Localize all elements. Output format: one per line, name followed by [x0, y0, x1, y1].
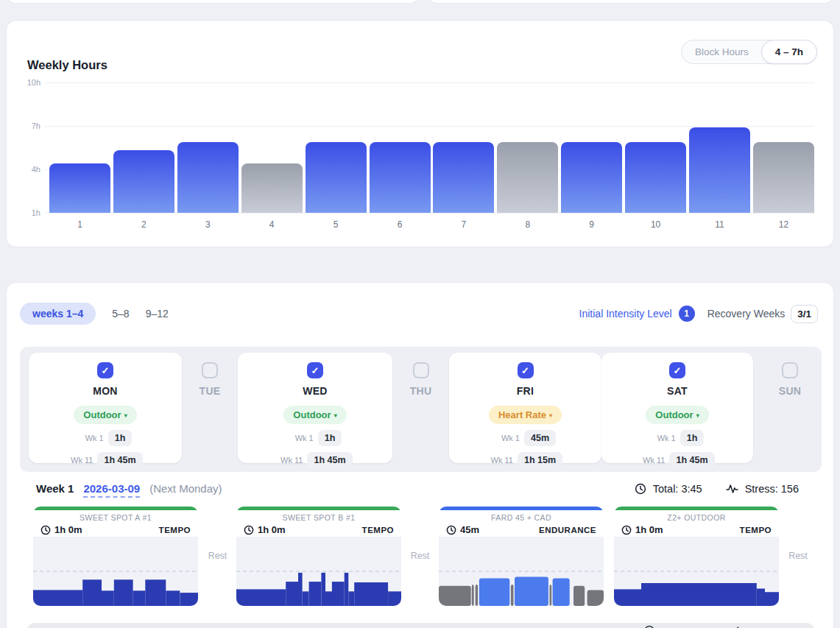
day-checkbox-mon[interactable]: ✓	[97, 362, 113, 378]
previous-card-right	[427, 0, 834, 4]
chart-xtick-label: 3	[177, 219, 239, 230]
day-mode-dropdown-fri[interactable]: Heart Rate▾	[489, 406, 562, 424]
day-mode-label: Outdoor	[293, 409, 331, 420]
initial-intensity-link[interactable]: Initial Intensity Level	[579, 308, 672, 320]
tab-5-8[interactable]: 5–8	[112, 308, 129, 320]
weekly-bar-4	[241, 163, 303, 213]
workout-type: TEMPO	[740, 526, 772, 534]
week1-stress: Stress: 156	[745, 483, 799, 495]
chart-xtick-label: 2	[113, 219, 174, 230]
weekly-bar-1	[49, 163, 110, 213]
day-checkbox-thu[interactable]	[413, 362, 429, 378]
workout-profile	[33, 537, 198, 606]
workout-card-fard-45-cad[interactable]: FARD 45 + CAD45mENDURANCE	[439, 507, 604, 606]
day-mode-dropdown-sat[interactable]: Outdoor▾	[646, 406, 708, 424]
chevron-down-icon: ▾	[124, 412, 127, 419]
day-card-fri[interactable]: ✓FRIHeart Rate▾Wk 145mWk 111h 15m	[449, 353, 601, 463]
day-label-mon: MON	[29, 385, 182, 397]
workout-accent-bar	[439, 507, 604, 510]
chart-ytick-label: 10h	[18, 78, 40, 87]
day-checkbox-fri[interactable]: ✓	[518, 362, 534, 378]
day-wk1-label: Wk 1	[79, 434, 104, 442]
day-wk11-value: 1h 15m	[518, 452, 562, 468]
weekly-hours-card: Weekly Hours Block Hours 4 – 7h 10h7h4h1…	[6, 20, 834, 247]
workout-meta: 1h 0mTEMPO	[621, 524, 772, 535]
day-mode-dropdown-wed[interactable]: Outdoor▾	[283, 406, 346, 424]
hours-range-toggle-option[interactable]: 4 – 7h	[761, 40, 817, 64]
workout-profile-graph	[614, 537, 779, 606]
week1-total: Total: 3:45	[653, 483, 702, 495]
weekly-bar-2	[113, 150, 174, 213]
workout-meta: 45mENDURANCE	[446, 524, 596, 535]
intensity-level-badge: 1	[679, 306, 695, 322]
workout-card-sweet-spot-a-1[interactable]: SWEET SPOT A #11h 0mTEMPO	[33, 507, 198, 606]
workout-profile-graph	[439, 537, 604, 606]
weekly-bar-12	[753, 142, 814, 213]
workout-name: SWEET SPOT B #1	[236, 513, 401, 522]
chevron-down-icon: ▾	[549, 412, 552, 419]
workout-profile-graph	[236, 537, 401, 606]
chart-gridline	[45, 213, 814, 214]
previous-card-left	[6, 0, 420, 4]
workout-duration: 1h 0m	[635, 524, 663, 535]
next-week-collapsed-row[interactable]	[27, 623, 815, 628]
weekly-bar-8	[497, 142, 558, 213]
day-checkbox-wed[interactable]: ✓	[307, 362, 323, 378]
tab-weeks-1-4[interactable]: weeks 1–4	[20, 303, 96, 325]
workout-meta: 1h 0mTEMPO	[244, 524, 394, 535]
block-hours-toggle-option[interactable]: Block Hours	[682, 40, 762, 63]
day-card-sat[interactable]: ✓SATOutdoor▾Wk 11hWk 111h 45m	[601, 353, 753, 463]
day-column-thu: THU	[392, 353, 449, 463]
weekly-bar-5	[306, 142, 367, 213]
workout-duration: 1h 0m	[258, 524, 286, 535]
weekly-bar-10	[625, 142, 686, 213]
day-checkbox-tue[interactable]	[202, 362, 218, 378]
recovery-weeks-label: Recovery Weeks	[707, 308, 786, 320]
workout-type: TEMPO	[362, 526, 394, 534]
weekly-bar-7	[433, 142, 494, 213]
day-wk1-value: 1h	[108, 430, 133, 446]
clock-icon	[244, 525, 254, 535]
week1-date-note: (Next Monday)	[149, 482, 222, 495]
recovery-weeks-value[interactable]: 3/1	[791, 305, 818, 323]
day-mode-label: Heart Rate	[498, 409, 546, 420]
workout-accent-bar	[236, 507, 401, 510]
week1-start-date-link[interactable]: 2026-03-09	[83, 482, 140, 498]
day-mode-dropdown-mon[interactable]: Outdoor▾	[74, 406, 136, 424]
day-label-wed: WED	[238, 385, 392, 397]
day-card-wed[interactable]: ✓WEDOutdoor▾Wk 11hWk 111h 45m	[238, 353, 392, 463]
day-wk11-value: 1h 45m	[307, 452, 352, 468]
day-mode-label: Outdoor	[655, 409, 693, 420]
day-wk1-row: Wk 11h	[29, 430, 182, 446]
day-checkbox-sat[interactable]: ✓	[669, 362, 685, 378]
workout-duration: 1h 0m	[54, 524, 82, 535]
tab-9-12[interactable]: 9–12	[146, 308, 169, 320]
chart-xtick-label: 11	[689, 219, 750, 230]
day-wk1-row: Wk 145m	[449, 430, 601, 446]
hours-mode-toggle[interactable]: Block Hours 4 – 7h	[681, 40, 817, 64]
chart-xtick-label: 4	[241, 219, 303, 230]
chevron-down-icon: ▾	[334, 412, 337, 419]
workout-name: FARD 45 + CAD	[439, 513, 604, 522]
day-checkbox-sun[interactable]	[782, 362, 798, 378]
day-label-sun: SUN	[758, 385, 822, 397]
day-label-tue: TUE	[182, 385, 238, 397]
stress-pulse-icon	[726, 483, 738, 495]
chart-gridline	[45, 126, 814, 127]
workout-type: TEMPO	[159, 526, 191, 534]
workout-accent-bar	[614, 507, 779, 510]
workout-card-z2-outdoor[interactable]: Z2+ OUTDOOR1h 0mTEMPO	[614, 507, 779, 606]
day-card-mon[interactable]: ✓MONOutdoor▾Wk 11hWk 111h 45m	[29, 353, 182, 463]
clock-icon	[40, 525, 51, 535]
weekly-bar-9	[561, 142, 622, 213]
workout-meta: 1h 0mTEMPO	[40, 524, 191, 535]
chart-xtick-label: 5	[306, 219, 367, 230]
workout-type: ENDURANCE	[539, 526, 596, 534]
weekly-bar-11	[689, 127, 750, 213]
workout-card-sweet-spot-b-1[interactable]: SWEET SPOT B #11h 0mTEMPO	[236, 507, 401, 606]
day-wk1-value: 45m	[524, 430, 556, 446]
day-wk1-value: 1h	[318, 430, 342, 446]
day-wk11-label: Wk 11	[278, 456, 303, 465]
chart-ytick-label: 1h	[18, 208, 40, 217]
day-wk1-label: Wk 1	[289, 434, 314, 442]
